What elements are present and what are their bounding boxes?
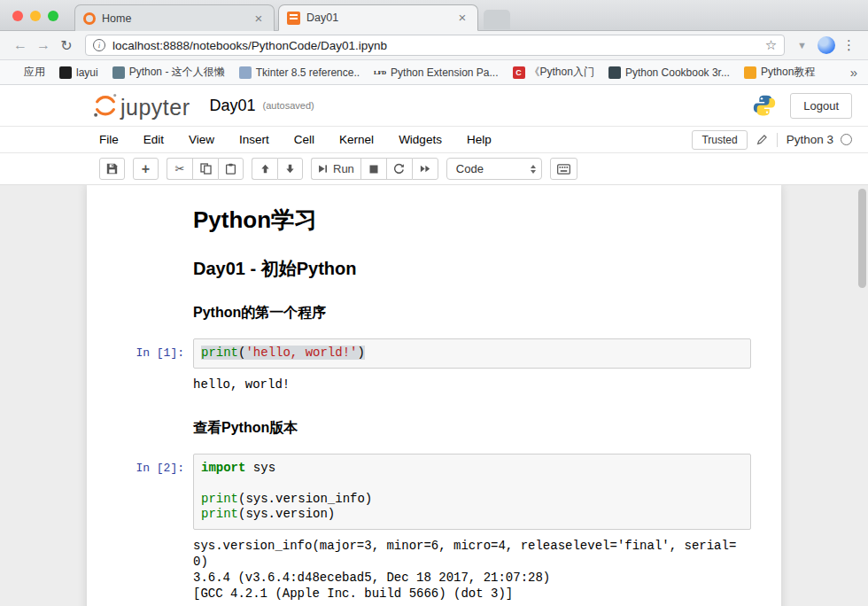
interrupt-kernel-button[interactable]: [360, 158, 386, 180]
stop-icon: [369, 165, 378, 174]
bookmark-item[interactable]: Python - 这个人很懒: [112, 65, 225, 80]
heading-h2: Day01 - 初始Python: [193, 236, 751, 281]
select-arrows-icon: [531, 165, 536, 174]
restart-run-all-button[interactable]: [412, 158, 438, 180]
python-tutorial-favicon: [744, 66, 756, 79]
bookmark-star-icon[interactable]: ☆: [765, 37, 777, 53]
apps-grid-icon: [7, 66, 19, 79]
url-text[interactable]: localhost:8888/notebooks/PythonCode/Day0…: [112, 39, 765, 52]
bookmark-item[interactable]: Python教程: [744, 65, 815, 80]
scrollbar[interactable]: [858, 189, 866, 602]
minimize-window-button[interactable]: [30, 11, 41, 21]
cut-cell-button[interactable]: ✂: [167, 158, 192, 180]
plus-icon: +: [142, 163, 150, 175]
back-icon[interactable]: ←: [9, 37, 32, 53]
scrollbar-thumb[interactable]: [858, 189, 866, 288]
tab-home[interactable]: Home ×: [74, 4, 275, 31]
bookmark-item[interactable]: 应用: [7, 65, 45, 80]
floppy-icon: [106, 163, 118, 175]
bookmark-label: Python - 这个人很懒: [129, 65, 225, 80]
bookmark-item[interactable]: C《Python入门: [513, 65, 594, 80]
tab-title: Day01: [306, 12, 455, 24]
arrow-up-icon: [260, 164, 270, 174]
run-icon: [318, 164, 328, 174]
download-caret-icon[interactable]: ▼: [797, 40, 807, 50]
jupyter-logo[interactable]: jupyter: [92, 92, 190, 119]
menu-edit[interactable]: Edit: [143, 133, 164, 146]
menu-view[interactable]: View: [189, 133, 214, 146]
forward-icon[interactable]: →: [32, 37, 55, 53]
reload-icon[interactable]: ↻: [55, 37, 78, 54]
address-bar[interactable]: i localhost:8888/notebooks/PythonCode/Da…: [85, 35, 785, 56]
code-input[interactable]: print('hello, world!'): [193, 338, 751, 369]
cell-prompt: [87, 236, 193, 281]
menu-widgets[interactable]: Widgets: [399, 133, 442, 146]
bookmarks-overflow-icon[interactable]: »: [847, 65, 861, 80]
logout-button[interactable]: Logout: [790, 93, 852, 119]
browser-menu-icon[interactable]: ⋮: [842, 37, 856, 53]
markdown-cell[interactable]: Python的第一个程序: [87, 281, 781, 322]
heading-h1: Python学习: [193, 199, 751, 236]
menu-file[interactable]: File: [99, 133, 119, 146]
tabs: Home × Day01 ×: [74, 4, 510, 31]
restart-kernel-button[interactable]: [386, 158, 412, 180]
clipboard-icon: [225, 163, 236, 175]
scissors-icon: ✂: [175, 162, 185, 175]
bookmark-label: 应用: [24, 65, 45, 80]
notebook-toolbar: + ✂ Run Code: [0, 153, 868, 185]
markdown-cell[interactable]: Python学习: [87, 199, 781, 236]
markdown-cell[interactable]: 查看Python版本: [87, 396, 781, 438]
cell-type-dropdown[interactable]: Code: [446, 158, 542, 180]
zoom-window-button[interactable]: [48, 11, 58, 21]
close-tab-icon[interactable]: ×: [252, 12, 266, 25]
menu-help[interactable]: Help: [467, 133, 492, 146]
refresh-icon: [393, 163, 405, 175]
run-label: Run: [333, 162, 354, 175]
bookmark-item[interactable]: LFDPython Extension Pa...: [374, 66, 498, 79]
code-cell[interactable]: In [2]:import sys print(sys.version_info…: [87, 454, 781, 605]
bookmark-label: Python Extension Pa...: [391, 66, 498, 79]
notebook-favicon: [287, 12, 300, 25]
bookmark-item[interactable]: Python Cookbook 3r...: [608, 66, 730, 79]
menu-cell[interactable]: Cell: [294, 133, 314, 146]
notebook-title[interactable]: Day01: [210, 97, 256, 115]
menu-insert[interactable]: Insert: [239, 133, 269, 146]
tab-day01[interactable]: Day01 ×: [278, 4, 478, 31]
notebook-cells: Python学习Day01 - 初始PythonPython的第一个程序In […: [87, 199, 781, 606]
cell-prompt: In [2]:: [87, 454, 193, 605]
insert-cell-below-button[interactable]: +: [133, 158, 159, 180]
close-window-button[interactable]: [12, 11, 23, 21]
c-language-favicon: C: [513, 66, 525, 79]
paste-cell-button[interactable]: [218, 158, 244, 180]
cell-prompt: In [1]:: [87, 338, 193, 396]
bookmark-label: layui: [76, 66, 98, 79]
run-cell-button[interactable]: Run: [311, 158, 360, 180]
trusted-button[interactable]: Trusted: [692, 130, 747, 150]
copy-cell-button[interactable]: [192, 158, 218, 180]
jupyter-header: jupyter Day01 (autosaved) Logout: [0, 85, 868, 126]
code-cell[interactable]: In [1]:print('hello, world!')hello, worl…: [87, 338, 781, 396]
code-input[interactable]: import sys print(sys.version_info)print(…: [193, 454, 751, 530]
python-logo-icon: [753, 94, 776, 117]
move-cell-down-button[interactable]: [277, 158, 303, 180]
python-blog-favicon: [112, 66, 125, 79]
command-palette-button[interactable]: [550, 158, 577, 180]
page-info-icon[interactable]: i: [93, 39, 105, 51]
cell-content: Python的第一个程序: [193, 281, 751, 322]
checkpoint-status: (autosaved): [263, 100, 314, 111]
bookmark-item[interactable]: layui: [59, 66, 98, 79]
save-button[interactable]: [99, 158, 125, 180]
close-tab-icon[interactable]: ×: [455, 12, 469, 24]
move-cell-up-button[interactable]: [252, 158, 277, 180]
bookmark-item[interactable]: Tkinter 8.5 reference..: [239, 66, 360, 79]
markdown-cell[interactable]: Day01 - 初始Python: [87, 236, 781, 281]
cell-output: sys.version_info(major=3, minor=6, micro…: [193, 530, 751, 605]
tkinter-favicon: [239, 66, 252, 79]
lfd-favicon: LFD: [374, 66, 386, 79]
browser-window: { "colors": { "jupyter_orange": "#F37726…: [0, 0, 868, 606]
menu-kernel[interactable]: Kernel: [339, 133, 374, 146]
new-tab-button[interactable]: [484, 10, 510, 29]
profile-icon[interactable]: [818, 36, 835, 54]
window-controls: [12, 11, 58, 21]
jupyter-favicon: [83, 12, 96, 25]
